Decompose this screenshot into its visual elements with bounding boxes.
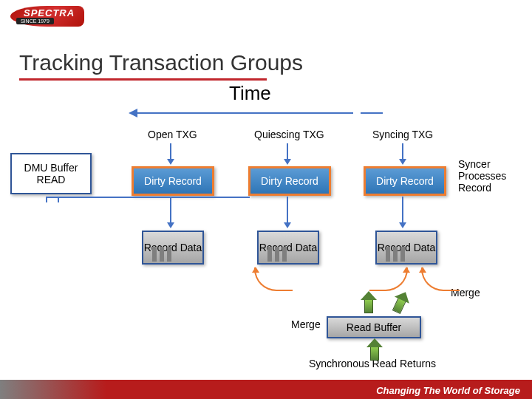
curve-syncing-left	[369, 267, 408, 291]
arrow-dmu-quiescing	[58, 197, 250, 198]
bars-syncing	[386, 247, 405, 262]
record-data-syncing: Record Data	[375, 231, 437, 265]
arrow-quiescing-data	[287, 197, 288, 226]
bars-quiescing	[267, 247, 287, 262]
footer-bar: Changing The World of Storage	[0, 380, 532, 399]
dirty-record-syncing: Dirty Record	[364, 166, 446, 196]
dirty-record-quiescing: Dirty Record	[248, 166, 331, 196]
curve-quiescing	[254, 267, 293, 291]
dirty-record-open: Dirty Record	[132, 166, 214, 196]
logo-since: SINCE 1979	[16, 18, 54, 24]
time-arrow-short	[361, 112, 383, 114]
bars-open	[152, 247, 171, 262]
time-arrow	[132, 112, 353, 114]
col-quiescing: Quiescing TXG	[254, 129, 324, 140]
arrow-open-data	[170, 197, 171, 226]
col-syncing: Syncing TXG	[372, 129, 433, 140]
arrow-syncing-down	[402, 143, 403, 163]
tagline: Changing The World of Storage	[376, 385, 520, 396]
slide-title: Tracking Transaction Groups	[19, 50, 303, 75]
dmu-buffer-read: DMU Buffer READ	[10, 153, 92, 194]
col-open: Open TXG	[148, 129, 197, 140]
arrow-syncing-data	[402, 197, 403, 226]
spectra-logo: SPECTRA SINCE 1979	[10, 6, 84, 27]
time-label: Time	[229, 82, 271, 105]
record-data-open: Record Data	[142, 231, 204, 265]
logo-brand: SPECTRA	[24, 7, 75, 18]
record-data-quiescing: Record Data	[257, 231, 319, 265]
arrow-open-down	[170, 143, 171, 163]
arrow-quiescing-down	[287, 143, 288, 163]
block-arrow-1	[362, 291, 375, 312]
curve-syncing-right	[421, 267, 460, 291]
syncer-label: Syncer Processes Record	[458, 158, 517, 194]
read-buffer: Read Buffer	[327, 316, 421, 338]
merge-left: Merge	[291, 318, 321, 330]
block-arrow-2	[391, 290, 412, 314]
title-underline	[19, 78, 267, 81]
block-arrow-3	[368, 338, 381, 359]
